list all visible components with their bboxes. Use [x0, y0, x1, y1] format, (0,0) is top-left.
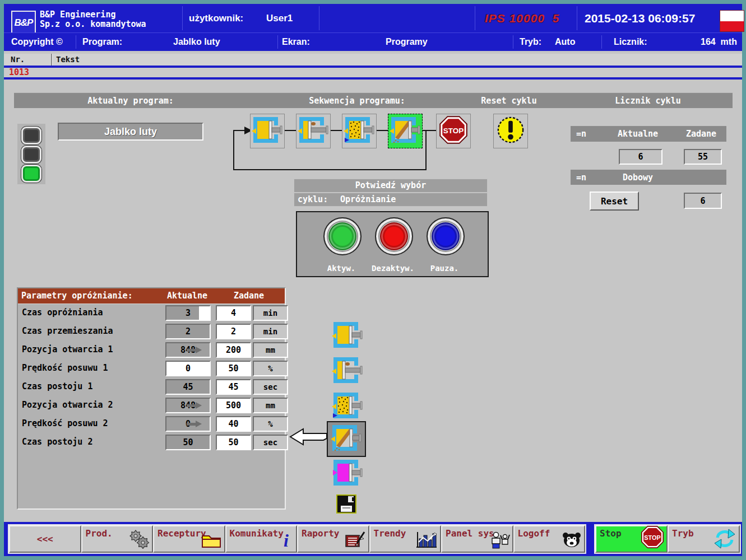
toolbar-button-raporty[interactable]: Raporty [297, 525, 369, 553]
arrow-head [196, 421, 202, 427]
daily-counter-header: =n Dobowy [571, 170, 726, 185]
header-bar-bottom: Copyright © Program: Jablko luty Ekran: … [4, 32, 742, 51]
confirm-title-bar: Potwiedź wybór [294, 179, 488, 193]
parameters-table: Parametry opróżnianie: Aktualne Zadane C… [17, 287, 286, 510]
param-label: Czas postoju 1 [22, 381, 92, 391]
pushbutton-label: Aktyw. [327, 264, 356, 273]
sequence-step-2[interactable] [296, 114, 331, 148]
message-col-divider [51, 54, 53, 66]
param-set-input[interactable]: 4 [216, 305, 251, 321]
cycle-actual-value: 6 [619, 149, 662, 165]
param-set-input[interactable]: 500 [216, 398, 251, 413]
param-set-input[interactable]: 45 [216, 379, 251, 395]
toolbar-button-panel-sys[interactable]: Panel sys [441, 525, 513, 553]
arrow-head [196, 402, 202, 409]
system-number: 5 [553, 12, 560, 25]
param-label: Prędkość posuwu 2 [22, 418, 108, 428]
toolbar-button-label: Raporty [302, 528, 339, 539]
param-set-input[interactable]: 2 [216, 324, 251, 339]
param-set-value: 200 [217, 343, 250, 357]
toolbar-button-logoff[interactable]: Logoff [513, 525, 586, 553]
param-actual-value: 50 [166, 436, 210, 449]
lamp-top-off [21, 127, 41, 144]
param-unit: sec [253, 379, 288, 395]
stop-button[interactable]: Stop STOP [595, 525, 668, 553]
cylinder-mixing-icon [344, 115, 375, 147]
param-set-value: 45 [217, 380, 250, 394]
side-step-2[interactable] [332, 356, 363, 387]
company-line1: B&P Engineering [40, 10, 115, 20]
side-step-1[interactable] [332, 320, 363, 352]
param-actual-value: 2 [166, 325, 210, 338]
toolbar-button-label: Receptury [157, 528, 206, 539]
param-label: Prędkość posuwu 1 [22, 363, 108, 373]
section-header-bar: Aktualny program: Sekwencja programu: Re… [14, 92, 733, 108]
pushbutton-aktyw[interactable] [323, 217, 362, 255]
toolbar-button-trendy[interactable]: Trendy [369, 525, 442, 553]
param-unit-value: mm [254, 399, 287, 412]
mode-label: Tryb: [520, 33, 541, 50]
section-cycle-counter: Licznik cyklu [615, 96, 680, 106]
header-divider [601, 35, 602, 49]
moving-arrow-icon [187, 403, 203, 409]
pushbutton-dezaktyw[interactable] [375, 217, 413, 255]
param-actual-display: 3 [165, 305, 211, 321]
sequence-step-4-selected[interactable] [388, 114, 423, 148]
sequence-step-3[interactable] [342, 114, 377, 148]
save-program-button[interactable] [336, 494, 357, 516]
message-col-nr: Nr. [11, 55, 25, 64]
param-unit: mm [253, 398, 288, 413]
message-col-text: Tekst [56, 55, 80, 64]
eq-label: =n [576, 172, 586, 183]
toolbar-button-receptury[interactable]: Receptury [153, 525, 225, 553]
user-value: User1 [266, 4, 293, 32]
param-set-input[interactable]: 50 [216, 435, 251, 450]
user-label: użytkownik: [189, 4, 243, 32]
counter-number: 164 [701, 37, 716, 47]
pushbutton-lens [380, 222, 408, 250]
company-name: B&P EngineeringSp.z o.o. komandytowa [40, 10, 146, 29]
pushbutton-label: Pauza. [430, 264, 459, 273]
arrow-head [196, 347, 202, 353]
side-step-5[interactable] [332, 458, 363, 489]
toolbar-button-label: Logoff [518, 528, 550, 539]
screen-label: Ekran: [282, 33, 310, 50]
flag-red-stripe [720, 21, 744, 32]
toolbar-button-label: Panel sys [446, 528, 494, 539]
sequence-step-1[interactable] [250, 114, 285, 148]
toolbar-button-[interactable]: <<< [9, 525, 81, 553]
cycle-set-value[interactable]: 55 [684, 149, 722, 165]
toolbar-button-komunikaty[interactable]: Komunikatyi [225, 525, 298, 553]
param-set-value: 50 [217, 362, 250, 375]
system-id: IPS 10000 5 [485, 4, 559, 32]
pushbutton-pauza[interactable] [427, 217, 465, 255]
header-divider [182, 6, 183, 30]
moving-arrow-icon [187, 421, 203, 427]
pushbutton-lens [432, 222, 460, 250]
mode-toggle-button[interactable]: Tryb [668, 525, 740, 553]
side-step-4-selected[interactable] [327, 421, 366, 457]
stop-step-button[interactable]: STOP [436, 114, 471, 148]
param-unit-value: % [254, 362, 287, 375]
param-set-input[interactable]: 200 [216, 342, 251, 358]
message-row[interactable]: 1013 [4, 68, 742, 77]
program-value: Jablko luty [173, 33, 220, 50]
param-actual-value: 0 [166, 362, 210, 375]
stop-sign-icon: STOP [641, 525, 664, 551]
folder-icon [201, 532, 222, 551]
param-set-input[interactable]: 50 [216, 361, 251, 376]
message-number: 1013 [9, 68, 29, 77]
bottom-toolbar: <<<Prod.RecepturyKomunikatyiRaportyTrend… [4, 522, 742, 556]
toolbar-button-prod[interactable]: Prod. [81, 525, 154, 553]
svg-text:i: i [284, 531, 289, 549]
section-program-sequence: Sekwencja programu: [309, 96, 405, 106]
mode-button-label: Tryb [672, 528, 694, 539]
people-icon [489, 531, 510, 551]
reset-button[interactable]: Reset [590, 192, 639, 211]
toolbar-button-label: Prod. [86, 528, 113, 539]
info-icon: i [281, 531, 294, 551]
param-set-input[interactable]: 40 [216, 416, 251, 432]
reset-cycle-button[interactable] [493, 114, 528, 148]
param-unit: % [253, 361, 288, 376]
side-step-3[interactable] [332, 391, 363, 422]
